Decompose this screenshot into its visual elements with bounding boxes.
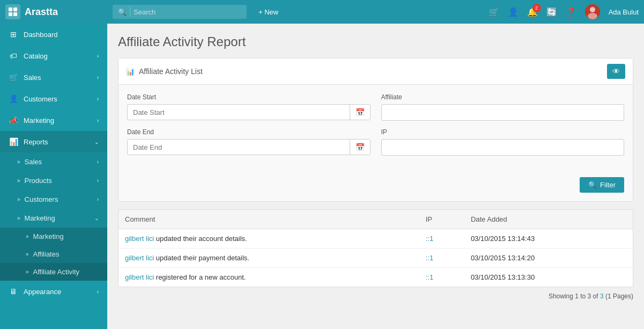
cell-ip[interactable]: ::1 — [419, 268, 464, 287]
svg-rect-0 — [9, 8, 12, 11]
affiliate-label: Affiliate — [381, 93, 625, 101]
arrow-icon-2: » — [17, 178, 20, 184]
sidebar-label-reports-products: Products — [25, 177, 52, 185]
date-end-input[interactable] — [128, 140, 350, 155]
table-row: gilbert lici updated their account detai… — [119, 229, 633, 248]
search-input[interactable] — [134, 8, 230, 16]
cell-ip[interactable]: ::1 — [419, 229, 464, 248]
filter-label: Filter — [600, 181, 616, 189]
comment-text: updated their account details. — [156, 235, 247, 243]
ip-group: IP — [381, 128, 625, 156]
pagination-info: Showing 1 to 3 of 3 (1 Pages) — [118, 287, 633, 302]
sidebar-label-customers: Customers — [24, 95, 57, 103]
sidebar-item-reports-products[interactable]: » Products › — [0, 171, 107, 190]
sidebar-label-affiliate-activity: Affiliate Activity — [33, 268, 79, 276]
pagination-total: 3 — [600, 293, 604, 300]
search-divider — [130, 7, 130, 17]
pagination-pages: (1 Pages) — [604, 293, 633, 300]
sidebar-item-dashboard[interactable]: ⊞ Dashboard — [0, 24, 107, 45]
sidebar-label-catalog: Catalog — [24, 52, 48, 60]
sidebar-item-catalog[interactable]: 🏷 Catalog › — [0, 45, 107, 67]
sidebar-item-customers[interactable]: 👤 Customers › — [0, 88, 107, 109]
calendar-icon-end[interactable]: 📅 — [350, 140, 370, 155]
card-header-icon: 📊 — [126, 68, 135, 76]
sidebar-item-affiliate-activity[interactable]: » Affiliate Activity — [0, 263, 107, 281]
affiliate-input[interactable] — [381, 104, 625, 121]
search-box[interactable]: 🔍 — [113, 5, 247, 19]
chevron-down-icon: ⌄ — [94, 139, 99, 145]
sidebar-item-reports-sales[interactable]: » Sales › — [0, 152, 107, 171]
col-header-date: Date Added — [464, 210, 633, 229]
dashboard-icon: ⊞ — [9, 30, 18, 39]
calendar-icon-start[interactable]: 📅 — [350, 105, 370, 120]
cart-icon[interactable]: 🛒 — [488, 7, 499, 17]
sidebar-item-reports[interactable]: 📊 Reports ⌄ — [0, 131, 107, 152]
avatar — [585, 4, 600, 19]
date-start-input[interactable] — [128, 105, 350, 120]
main-content: Affiliate Activity Report 📊 Affiliate Ac… — [107, 24, 644, 329]
comment-text: registered for a new account. — [156, 273, 246, 281]
ip-input[interactable] — [381, 139, 625, 156]
comment-link[interactable]: gilbert lici — [125, 273, 154, 281]
col-header-ip: IP — [419, 210, 464, 229]
sidebar-item-marketing-sub[interactable]: » Marketing — [0, 228, 107, 245]
svg-point-5 — [590, 7, 595, 12]
page-title: Affiliate Activity Report — [118, 34, 633, 49]
table-container: Comment IP Date Added gilbert lici updat… — [118, 209, 633, 302]
filter-row-2: Date End 📅 IP — [127, 128, 624, 156]
marketing-icon: 📣 — [9, 116, 18, 125]
filter-button[interactable]: 🔍 Filter — [580, 177, 624, 193]
notification-icon[interactable]: 🔔 2 — [527, 7, 538, 17]
svg-rect-3 — [13, 12, 17, 16]
search-icon: 🔍 — [118, 8, 127, 16]
chevron-right-icon-5: › — [97, 159, 99, 165]
refresh-icon[interactable]: 🔄 — [546, 7, 557, 17]
customers-icon: 👤 — [9, 94, 18, 103]
sales-icon: 🛒 — [9, 73, 18, 82]
card-title: Affiliate Activity List — [139, 67, 203, 76]
chevron-right-icon: › — [97, 53, 99, 59]
date-start-group: Date Start 📅 — [127, 93, 371, 121]
comment-text: updated their payment details. — [156, 254, 249, 262]
navbar: Arastta 🔍 + New 🛒 👤 🔔 2 🔄 ❓ Ada Bulut — [0, 0, 644, 24]
cell-comment: gilbert lici registered for a new accoun… — [119, 268, 419, 287]
table-row: gilbert lici updated their payment detai… — [119, 248, 633, 268]
arrow-icon-6: » — [26, 251, 29, 257]
cell-ip[interactable]: ::1 — [419, 248, 464, 268]
arrow-icon: » — [17, 159, 20, 165]
ip-label: IP — [381, 128, 625, 136]
comment-link[interactable]: gilbert lici — [125, 235, 154, 243]
sidebar-item-affiliates-sub[interactable]: » Affiliates — [0, 245, 107, 263]
help-icon[interactable]: ❓ — [566, 7, 576, 17]
arrow-icon-5: » — [26, 233, 29, 239]
sidebar-item-marketing[interactable]: 📣 Marketing › — [0, 109, 107, 131]
pagination-showing: Showing 1 to 3 of — [549, 293, 600, 300]
main-layout: ⊞ Dashboard 🏷 Catalog › 🛒 Sales › 👤 Cust… — [0, 24, 644, 329]
cell-date: 03/10/2015 13:14:43 — [464, 229, 633, 248]
navbar-icons: 🛒 👤 🔔 2 🔄 ❓ Ada Bulut — [488, 4, 639, 19]
brand-name: Arastta — [25, 6, 58, 18]
affiliate-group: Affiliate — [381, 93, 625, 121]
comment-link[interactable]: gilbert lici — [125, 254, 154, 262]
sidebar-label-sales: Sales — [24, 74, 41, 82]
sidebar-item-reports-marketing[interactable]: » Marketing ⌄ — [0, 209, 107, 228]
date-end-label: Date End — [127, 128, 371, 136]
marketing-submenu: » Marketing » Affiliates » Affiliate Act… — [0, 228, 107, 281]
user-icon[interactable]: 👤 — [508, 7, 519, 17]
chevron-right-icon-2: › — [97, 75, 99, 81]
table-header-row: Comment IP Date Added — [119, 210, 633, 229]
chevron-right-icon-4: › — [97, 118, 99, 123]
new-button[interactable]: + New — [252, 5, 285, 19]
table-row: gilbert lici registered for a new accoun… — [119, 268, 633, 287]
svg-point-6 — [588, 13, 597, 19]
svg-rect-1 — [13, 8, 17, 11]
filter-icon: 🔍 — [588, 181, 597, 189]
sidebar-item-reports-customers[interactable]: » Customers › — [0, 190, 107, 209]
sidebar-item-sales[interactable]: 🛒 Sales › — [0, 67, 107, 88]
eye-button[interactable]: 👁 — [607, 64, 625, 79]
sidebar-item-appearance[interactable]: 🖥 Appearance › — [0, 281, 107, 302]
date-end-group: Date End 📅 — [127, 128, 371, 156]
sidebar-label-reports: Reports — [24, 138, 48, 146]
reports-submenu: » Sales › » Products › » Customers › — [0, 152, 107, 281]
sidebar-label-marketing-sub: Marketing — [33, 232, 64, 240]
